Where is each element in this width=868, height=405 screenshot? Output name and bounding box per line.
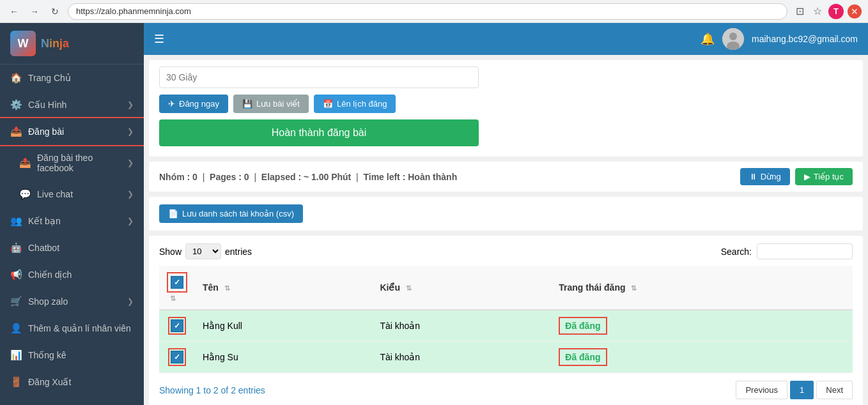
sort-icon: ⇅: [224, 284, 230, 292]
user-email: maihang.bc92@gmail.com: [752, 34, 858, 44]
select-all-checkbox[interactable]: [171, 276, 183, 289]
search-label: Search:: [721, 247, 752, 257]
sidebar-item-dang-bai[interactable]: 📤 Đăng bài ❯: [0, 118, 144, 145]
svg-point-1: [729, 33, 737, 40]
row-checkbox-wrapper: [168, 317, 186, 335]
luu-bai-viet-button[interactable]: 💾 Lưu bài viết: [233, 95, 309, 113]
forward-button[interactable]: →: [27, 4, 42, 19]
shop-icon: 🛒: [10, 296, 22, 307]
table-header-trang-thai: Trang thái đăng ⇅: [551, 266, 853, 310]
len-lich-dang-button[interactable]: 📅 Lên lịch đăng: [314, 95, 396, 113]
sidebar-item-thong-ke[interactable]: 📊 Thống kê: [0, 342, 144, 369]
row-trang-thai: Đã đăng: [551, 310, 853, 342]
table-header-ten: Tên ⇅: [195, 266, 372, 310]
sort-icon: ⇅: [170, 294, 176, 302]
page-1-button[interactable]: 1: [790, 381, 814, 399]
sidebar-item-label: Đăng Xuất: [28, 377, 71, 387]
of-text: of: [221, 385, 229, 395]
top-section: ✈ Đăng ngay 💾 Lưu bài viết 📅 Lên lịch đă…: [149, 60, 863, 157]
hoan-thanh-button[interactable]: Hoàn thành đăng bài: [159, 119, 479, 146]
row-checkbox[interactable]: [171, 351, 183, 363]
dung-button[interactable]: ⏸ Dừng: [740, 168, 790, 185]
chevron-right-icon: ❯: [127, 100, 134, 109]
sort-icon: ⇅: [406, 284, 412, 292]
hamburger-button[interactable]: ☰: [154, 32, 164, 46]
stats-bar: Nhóm : 0 | Pages : 0 | Elapsed : ~ 1.00 …: [149, 162, 863, 192]
row-checkbox[interactable]: [171, 319, 183, 332]
employee-icon: 👤: [10, 323, 22, 334]
send-icon: ✈: [168, 99, 175, 109]
calendar-icon: 📅: [323, 99, 333, 109]
csv-download-button[interactable]: 📄 Lưu danh sách tài khoản (csv): [159, 204, 303, 223]
sidebar-item-live-chat[interactable]: 💬 Live chat ❯: [0, 181, 144, 208]
csv-area: 📄 Lưu danh sách tài khoản (csv): [149, 197, 863, 231]
main-content: ✈ Đăng ngay 💾 Lưu bài viết 📅 Lên lịch đă…: [144, 55, 868, 405]
user-avatar: [722, 28, 744, 50]
sidebar-item-label: Thêm & quản lí nhân viên: [28, 323, 131, 333]
row-checkbox-cell: [159, 310, 195, 342]
sidebar-item-ket-ban[interactable]: 👥 Kết bạn ❯: [0, 208, 144, 234]
sidebar-item-label: Chatbot: [28, 243, 59, 253]
browser-bar: ← → ↻ ⊡ ☆ T ✕: [0, 0, 868, 23]
sidebar-item-shop-zalo[interactable]: 🛒 Shop zalo ❯: [0, 288, 144, 315]
search-input[interactable]: [757, 243, 853, 259]
sidebar-item-label: Đăng bài: [28, 126, 64, 137]
sidebar-item-them-quan-li[interactable]: 👤 Thêm & quản lí nhân viên: [0, 315, 144, 342]
friends-icon: 👥: [10, 215, 22, 227]
showing-text: Showing: [159, 385, 194, 395]
home-icon: 🏠: [10, 72, 22, 84]
campaign-icon: 📢: [10, 269, 22, 280]
chevron-right-icon: ❯: [127, 297, 134, 306]
back-button[interactable]: ←: [6, 4, 22, 19]
table-header-kieu: Kiểu ⇅: [372, 266, 551, 310]
sidebar-item-chatbot[interactable]: 🤖 Chatbot: [0, 234, 144, 261]
sidebar-item-label: Kết bạn: [28, 216, 61, 226]
sidebar-item-dang-xuat[interactable]: 🚪 Đăng Xuất: [0, 369, 144, 395]
to-text: to: [203, 385, 211, 395]
screen-icon: ⊡: [793, 4, 807, 19]
table-row: Hằng Su Tài khoản Đã đăng: [159, 342, 853, 373]
logo: W Ninja: [0, 23, 144, 65]
sidebar-item-label: Shop zalo: [28, 296, 68, 307]
row-checkbox-wrapper: [168, 348, 186, 366]
stats-icon: 📊: [10, 349, 22, 361]
table-row: Hằng Kull Tài khoản Đã đăng: [159, 310, 853, 342]
previous-button[interactable]: Previous: [736, 381, 787, 399]
sidebar-item-label: Live chat: [37, 189, 73, 199]
row-ten: Hằng Su: [195, 342, 372, 373]
notification-bell-icon[interactable]: 🔔: [701, 32, 715, 46]
logo-text: Ninja: [41, 37, 69, 50]
page-total: 2: [231, 385, 236, 395]
dang-ngay-button[interactable]: ✈ Đăng ngay: [159, 95, 228, 113]
bookmark-icon[interactable]: ☆: [810, 4, 825, 19]
sidebar-item-dang-bai-facebook[interactable]: 📤 Đăng bài theo facebook ❯: [0, 145, 144, 181]
next-button[interactable]: Next: [816, 381, 853, 399]
chevron-right-icon: ❯: [127, 127, 134, 136]
pause-icon: ⏸: [749, 172, 757, 181]
gear-icon: ⚙️: [10, 99, 22, 111]
browser-close[interactable]: ✕: [848, 4, 862, 19]
show-entries: Show 10 25 50 100 entries: [159, 243, 252, 259]
sidebar-item-chien-dich[interactable]: 📢 Chiến dịch: [0, 261, 144, 288]
duration-input[interactable]: [159, 66, 479, 88]
pagination-info: Showing 1 to 2 of 2 entries: [159, 385, 265, 395]
address-bar[interactable]: [68, 3, 787, 20]
entries-select[interactable]: 10 25 50 100: [185, 243, 221, 259]
sidebar-item-label: Chiến dịch: [28, 270, 72, 280]
page-to: 2: [213, 385, 219, 395]
reload-button[interactable]: ↻: [47, 4, 63, 19]
row-kieu: Tài khoản: [372, 310, 551, 342]
browser-profile[interactable]: T: [828, 4, 844, 19]
facebook-post-icon: 📤: [19, 157, 31, 169]
status-badge: Đã đăng: [559, 317, 607, 335]
play-icon: ▶: [804, 172, 810, 181]
logout-icon: 🚪: [10, 376, 22, 388]
row-checkbox-cell: [159, 342, 195, 373]
sidebar-item-label: Thống kê: [28, 350, 66, 360]
table-header-checkbox: ⇅: [159, 266, 195, 310]
sidebar-item-trang-chu[interactable]: 🏠 Trang Chủ: [0, 65, 144, 91]
search-box: Search:: [721, 243, 853, 259]
tiep-tuc-button[interactable]: ▶ Tiếp tục: [795, 168, 853, 185]
sidebar-item-cau-hinh[interactable]: ⚙️ Cấu Hình ❯: [0, 91, 144, 118]
stats-buttons: ⏸ Dừng ▶ Tiếp tục: [740, 168, 853, 185]
